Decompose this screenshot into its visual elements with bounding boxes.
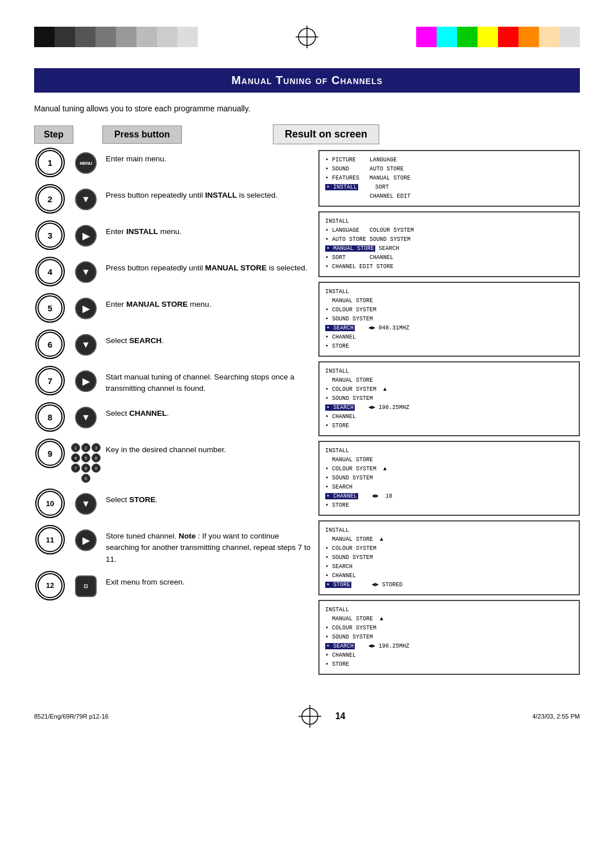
step-row-8: 8 ▼ Select CHANNEL. — [34, 404, 313, 433]
swatch-3 — [75, 27, 96, 47]
step-row-1: 1 MENU Enter main menu. — [34, 150, 313, 178]
col-press-header: Press button — [102, 126, 273, 144]
screen-6: INSTALL MANUAL STORE ▲ • COLOUR SYSTEM •… — [318, 520, 580, 595]
swatch-1 — [34, 27, 55, 47]
col-step-header: Step — [34, 126, 102, 144]
step-row-10: 10 ▼ Select STORE. — [34, 491, 313, 519]
step-desc-5: Enter MANUAL STORE menu. — [106, 295, 313, 310]
swatch-r6 — [518, 27, 539, 47]
down-arrow-button-icon-6: ▼ — [75, 334, 97, 356]
step-row-11: 11 ▶ Store tuned channel. Note : If you … — [34, 527, 313, 565]
footer-right-text: 4/23/03, 2:55 PM — [532, 713, 580, 720]
step-number-6: 6 — [34, 332, 66, 357]
down-arrow-button-icon-8: ▼ — [75, 407, 97, 428]
step-button-4: ▼ — [66, 259, 106, 283]
num-8: 8 — [81, 464, 90, 473]
step-desc-8: Select CHANNEL. — [106, 404, 313, 419]
right-arrow-button-icon-5: ▶ — [75, 298, 97, 319]
step-button-5: ▶ — [66, 295, 106, 319]
step-button-6: ▼ — [66, 332, 106, 356]
step-row-4: 4 ▼ Press button repeatedly until MANUAL… — [34, 259, 313, 287]
step-button-12: ⊡ — [66, 573, 106, 597]
step-circle-1: 1 — [38, 150, 63, 175]
crosshair-top — [293, 23, 321, 51]
swatch-6 — [136, 27, 157, 47]
step-button-7: ▶ — [66, 368, 106, 392]
footer-left-text: 8521/Eng/69R/79R p12-16 — [34, 713, 109, 720]
step-number-11: 11 — [34, 527, 66, 552]
step-circle-3: 3 — [38, 223, 63, 248]
step-button-1: MENU — [66, 150, 106, 174]
step-circle-10: 10 — [38, 491, 63, 516]
swatch-7 — [157, 27, 177, 47]
menu-button-icon: MENU — [75, 152, 97, 174]
step-button-9: 1 2 3 4 5 6 7 8 9 0 — [66, 441, 106, 483]
step-number-10: 10 — [34, 491, 66, 516]
col-result-header: Result on screen — [273, 124, 580, 144]
step-circle-7: 7 — [38, 368, 63, 393]
step-row-12: 12 ⊡ Exit menu from screen. — [34, 573, 313, 602]
step-desc-7: Start manual tuning of channel. Searchin… — [106, 368, 313, 395]
screen-3: INSTALL MANUAL STORE • COLOUR SYSTEM • S… — [318, 282, 580, 357]
crosshair-bottom — [296, 702, 324, 731]
step-circle-5: 5 — [38, 295, 63, 320]
step-number-7: 7 — [34, 368, 66, 393]
step-button-3: ▶ — [66, 223, 106, 247]
step-desc-4: Press button repeatedly until MANUAL STO… — [106, 259, 313, 274]
step-desc-12: Exit menu from screen. — [106, 573, 313, 588]
step-button-2: ▼ — [66, 186, 106, 210]
numpad-icon: 1 2 3 4 5 6 7 8 9 0 — [71, 443, 101, 483]
swatch-r3 — [457, 27, 478, 47]
page-footer: 8521/Eng/69R/79R p12-16 14 4/23/03, 2:55… — [34, 696, 580, 731]
step-circle-9: 9 — [38, 441, 63, 466]
step-button-8: ▼ — [66, 404, 106, 428]
step-desc-10: Select STORE. — [106, 491, 313, 506]
color-bar-left — [34, 27, 198, 47]
down-arrow-button-icon-10: ▼ — [75, 493, 97, 515]
step-circle-4: 4 — [38, 259, 63, 284]
num-0: 0 — [81, 474, 90, 483]
num-7: 7 — [71, 464, 80, 473]
step-circle-11: 11 — [38, 527, 63, 552]
screen-5: INSTALL MANUAL STORE • COLOUR SYSTEM ▲ •… — [318, 441, 580, 516]
step-desc-6: Select SEARCH. — [106, 332, 313, 347]
step-number-9: 9 — [34, 441, 66, 466]
table-header: Step Press button Result on screen — [34, 124, 580, 144]
page-subtitle: Manual tuning allows you to store each p… — [34, 104, 580, 113]
swatch-8 — [177, 27, 198, 47]
step-circle-12: 12 — [38, 573, 63, 598]
color-bar-right — [416, 27, 580, 47]
press-header-label: Press button — [102, 126, 182, 144]
exit-button-icon: ⊡ — [75, 575, 97, 597]
step-desc-2: Press button repeatedly until INSTALL is… — [106, 186, 313, 201]
swatch-r2 — [437, 27, 457, 47]
step-number-3: 3 — [34, 223, 66, 248]
color-bar-top — [34, 23, 580, 51]
screen-2: INSTALL • LANGUAGE COLOUR SYSTEM • AUTO … — [318, 211, 580, 277]
step-header-label: Step — [34, 126, 73, 144]
down-arrow-button-icon-4: ▼ — [75, 261, 97, 283]
right-arrow-button-icon-7: ▶ — [75, 370, 97, 392]
step-button-10: ▼ — [66, 491, 106, 515]
result-header-label: Result on screen — [273, 124, 379, 144]
screens-column: • PICTURE LANGUAGE • SOUND AUTO STORE • … — [313, 150, 580, 679]
swatch-r1 — [416, 27, 437, 47]
swatch-r4 — [478, 27, 498, 47]
num-3: 3 — [92, 443, 101, 452]
swatch-r7 — [539, 27, 559, 47]
content-area: 1 MENU Enter main menu. 2 ▼ Press button… — [34, 150, 580, 679]
screen-1: • PICTURE LANGUAGE • SOUND AUTO STORE • … — [318, 150, 580, 207]
swatch-4 — [96, 27, 116, 47]
step-desc-1: Enter main menu. — [106, 150, 313, 165]
step-circle-2: 2 — [38, 186, 63, 211]
page-title: Manual Tuning of Channels — [34, 68, 580, 93]
step-number-5: 5 — [34, 295, 66, 320]
num-1: 1 — [71, 443, 80, 452]
step-desc-9: Key in the desired channel number. — [106, 441, 313, 456]
step-number-8: 8 — [34, 404, 66, 429]
step-number-4: 4 — [34, 259, 66, 284]
step-button-11: ▶ — [66, 527, 106, 551]
step-number-2: 2 — [34, 186, 66, 211]
num-5: 5 — [81, 453, 90, 462]
swatch-2 — [55, 27, 75, 47]
